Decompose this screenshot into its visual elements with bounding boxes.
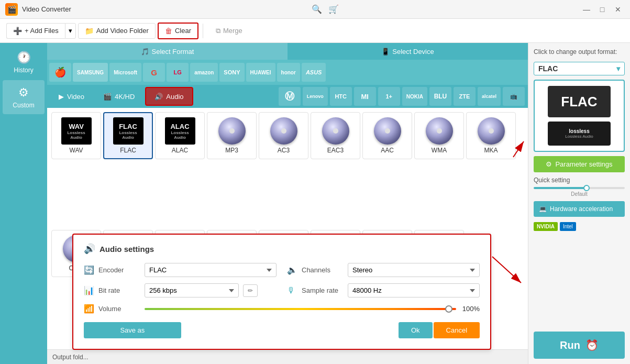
brand-alcatel[interactable]: alcatel [478,87,501,106]
format-preview: FLAC lossless Lossless Audio [534,80,625,152]
titlebar-controls: — □ ✕ [580,4,625,15]
device-tab-icon: 📱 [381,48,390,56]
sample-rate-icon: 🎙 [287,286,297,295]
format-eac3[interactable]: EAC3 [311,112,360,159]
hardware-acceleration-button[interactable]: 💻 Hardware acceleration [534,201,625,217]
encoder-select[interactable]: FLAC MP3 AAC [145,263,277,277]
brand-mi[interactable]: MI [354,87,376,106]
channels-row: 🔈 Channels Stereo Mono 5.1 [287,263,480,277]
bitrate-edit-button[interactable]: ✏ [243,284,258,297]
quick-slider[interactable] [534,187,625,189]
quick-slider-thumb [583,185,590,191]
format-type-4k[interactable]: 🎬 4K/HD [95,87,143,106]
brand-samsung[interactable]: SAMSUNG [73,63,108,82]
volume-percent: 100% [462,305,480,313]
output-folder-bar: Output fold... [47,349,528,364]
format-selector-value: FLAC [538,64,558,73]
format-type-row: ▶ Video 🎬 4K/HD 🔊 Audio Ⓜ Lenovo HTC MI … [47,85,528,108]
brand-zte[interactable]: ZTE [454,87,476,106]
save-as-button[interactable]: Save as [84,322,181,338]
channels-select[interactable]: Stereo Mono 5.1 [348,263,480,277]
tab-select-format[interactable]: 🎵 Select Format [47,43,288,60]
output-folder-label: Output fold... [52,354,89,361]
quick-slider-container: Default [534,187,625,197]
merge-button[interactable]: ⧉ Merge [207,24,251,38]
run-button[interactable]: Run ⏰ [534,332,625,359]
tab-select-device[interactable]: 📱 Select Device [288,43,528,60]
app-icon: 🎬 [5,3,18,16]
wav-thumb: WAV Lossless Audio [61,117,92,145]
slider-labels: Default [534,191,625,197]
bitrate-icon: 📊 [84,285,94,295]
format-aac[interactable]: AAC [362,112,412,159]
brand-huawei[interactable]: HUAWEI [246,63,275,82]
format-tabs: 🎵 Select Format 📱 Select Device [47,43,528,60]
brand-nokia[interactable]: NOKIA [402,87,427,106]
brand-tv[interactable]: 📺 [503,87,525,106]
audio-settings-panel: 🔊 Audio settings 🔄 Encoder FLAC MP3 AAC [72,234,491,350]
bitrate-label: Bit rate [98,286,140,294]
history-icon: 🕐 [17,51,31,64]
sidebar-item-history[interactable]: 🕐 History [3,45,45,79]
brand-row-1: 🍎 SAMSUNG Microsoft G LG amazon SONY HUA… [47,60,528,85]
format-alac[interactable]: ALAC Lossless Audio ALAC [155,112,205,159]
mka-disc [478,117,505,145]
alac-thumb: ALAC Lossless Audio [165,117,195,145]
audio-settings-header: 🔊 Audio settings [84,243,480,255]
format-type-audio[interactable]: 🔊 Audio [145,87,193,106]
brand-microsoft[interactable]: Microsoft [109,63,141,82]
brand-lenovo[interactable]: Lenovo [303,87,328,106]
volume-label: Volume [98,305,140,313]
format-type-video[interactable]: ▶ Video [50,87,93,106]
minimize-button[interactable]: — [580,4,593,15]
cart-icon[interactable]: 🛒 [328,4,339,14]
clear-button[interactable]: 🗑 Clear [158,23,198,39]
plus-icon: ➕ [13,27,22,35]
titlebar-icons-right: 🔍 🛒 [312,4,339,14]
brand-asus[interactable]: ASUS [302,63,326,82]
format-flac[interactable]: FLAC Lossless Audio FLAC [103,112,153,159]
format-tab-icon: 🎵 [141,48,149,56]
brand-amazon[interactable]: amazon [190,63,218,82]
format-ac3[interactable]: AC3 [259,112,308,159]
format-mka[interactable]: MKA [466,112,516,159]
video-icon: ▶ [59,93,64,101]
add-files-dropdown-button[interactable]: ▾ [65,23,76,39]
add-video-folder-button[interactable]: 📁 Add Video Folder [78,23,156,39]
volume-slider[interactable] [145,308,456,310]
cancel-button[interactable]: Cancel [434,322,480,338]
brand-oneplus[interactable]: 1+ [378,87,400,106]
audio-icon: 🔊 [154,93,163,101]
add-files-button[interactable]: ➕ + Add Files [6,23,65,39]
brand-google[interactable]: G [143,63,165,82]
nvidia-badge: NVIDIA [534,222,558,231]
brand-apple[interactable]: 🍎 [49,63,71,82]
dropdown-arrow-icon: ▾ [616,64,620,73]
search-icon[interactable]: 🔍 [312,4,322,14]
brand-sony[interactable]: SONY [219,63,244,82]
brand-blu[interactable]: BLU [429,87,451,106]
sample-rate-select[interactable]: 48000 Hz 44100 Hz 96000 Hz [348,283,480,297]
ac3-disc [270,117,297,145]
ok-button[interactable]: Ok [399,322,433,338]
maximize-button[interactable]: □ [595,4,609,15]
brand-htc[interactable]: HTC [330,87,352,106]
format-wma[interactable]: WMA [414,112,464,159]
bitrate-select[interactable]: 256 kbps 128 kbps 192 kbps 320 kbps [145,283,239,297]
format-mp3[interactable]: MP3 [207,112,257,159]
encoder-icon: 🔄 [84,265,94,275]
format-wav[interactable]: WAV Lossless Audio WAV [51,112,101,159]
merge-icon: ⧉ [216,27,220,35]
sidebar: 🕐 History ⚙ Custom [0,43,47,364]
format-selector[interactable]: FLAC ▾ [534,62,625,75]
parameter-settings-button[interactable]: ⚙ Parameter settings [534,156,625,172]
brand-lg[interactable]: LG [167,63,189,82]
app-title: Video Converter [22,5,71,13]
audio-settings-title: Audio settings [100,245,154,253]
audio-settings-icon: 🔊 [84,243,95,255]
brand-motorola[interactable]: Ⓜ [279,87,301,106]
sidebar-item-custom[interactable]: ⚙ Custom [3,80,45,114]
volume-row: 📶 Volume 100% [84,304,480,314]
close-button[interactable]: ✕ [611,4,625,15]
brand-honor[interactable]: honor [277,63,300,82]
